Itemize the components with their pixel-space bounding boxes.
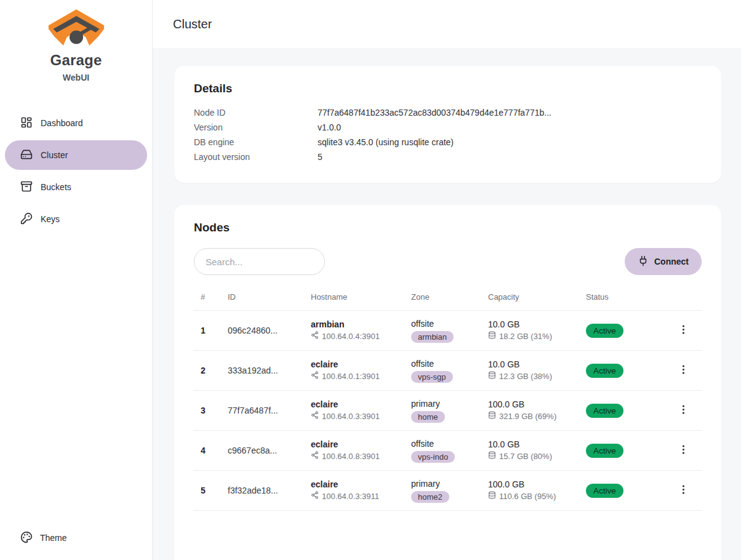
zone-cell: offsite vps-indo — [411, 438, 488, 463]
col-header-hostname: Hostname — [311, 292, 411, 302]
zone-tag-badge: vps-sgp — [411, 371, 453, 383]
row-actions-menu-button[interactable] — [673, 360, 694, 381]
dashboard-icon — [20, 116, 33, 130]
node-number: 1 — [201, 326, 228, 335]
detail-label: Layout version — [194, 150, 318, 164]
detail-label: DB engine — [194, 135, 318, 150]
node-used-row: 110.6 GB (95%) — [488, 490, 586, 502]
database-icon — [488, 370, 496, 382]
sidebar-item-buckets[interactable]: Buckets — [5, 172, 147, 202]
node-zone: offsite — [411, 318, 488, 330]
sidebar-item-cluster[interactable]: Cluster — [5, 140, 147, 170]
hostname-cell: armbian 100.64.0.4:3901 — [311, 319, 411, 342]
col-header-num: # — [201, 292, 228, 302]
node-address: 100.64.0.8:3901 — [322, 450, 380, 462]
zone-cell: primary home2 — [411, 478, 488, 503]
node-address-row: 100.64.0.1:3901 — [311, 370, 411, 382]
node-used: 18.2 GB (31%) — [499, 330, 552, 342]
detail-label: Node ID — [194, 105, 318, 120]
node-zone: offsite — [411, 358, 488, 370]
row-actions-menu-button[interactable] — [673, 320, 694, 341]
connect-button[interactable]: Connect — [625, 248, 702, 275]
zone-cell: offsite vps-sgp — [411, 358, 488, 383]
detail-row: DB engine sqlite3 v3.45.0 (using rusqlit… — [194, 135, 702, 150]
status-cell: Active — [586, 404, 665, 418]
row-actions-menu-button[interactable] — [673, 480, 694, 501]
details-rows: Node ID 77f7a6487f41b233ac572ac83d00374b… — [194, 105, 702, 164]
node-capacity: 10.0 GB — [488, 439, 586, 450]
status-cell: Active — [586, 324, 665, 338]
sidebar-item-keys[interactable]: Keys — [5, 204, 147, 234]
share-icon — [311, 450, 319, 462]
node-address: 100.64.0.3:3911 — [322, 490, 379, 502]
sidebar: Garage WebUI Dashboard Cluster Buckets — [0, 0, 153, 560]
nodes-card: Nodes Connect # ID Hostname Zone Capacit… — [174, 205, 721, 560]
theme-toggle[interactable]: Theme — [5, 524, 147, 551]
table-row: 2 333a192ad... eclaire 100.64.0.1:3901 o… — [194, 351, 702, 391]
sidebar-item-label: Keys — [41, 214, 60, 224]
zone-tag-badge: armbian — [411, 331, 454, 343]
content: Details Node ID 77f7a6487f41b233ac572ac8… — [153, 48, 741, 560]
database-icon — [488, 410, 496, 422]
col-header-zone: Zone — [411, 292, 488, 302]
share-icon — [311, 490, 319, 502]
more-vertical-icon — [678, 364, 689, 377]
node-capacity: 10.0 GB — [488, 319, 586, 330]
key-icon — [20, 212, 33, 226]
garage-logo-icon — [47, 9, 106, 49]
node-used: 15.7 GB (80%) — [499, 450, 552, 462]
detail-value: sqlite3 v3.45.0 (using rusqlite crate) — [318, 135, 454, 150]
database-icon — [488, 330, 496, 342]
node-used-row: 18.2 GB (31%) — [488, 330, 586, 342]
node-address-row: 100.64.0.3:3901 — [311, 410, 411, 422]
capacity-cell: 100.0 GB 110.6 GB (95%) — [488, 479, 586, 502]
hostname-cell: eclaire 100.64.0.1:3901 — [311, 359, 411, 382]
node-hostname: eclaire — [311, 439, 411, 450]
zone-tag-badge: home2 — [411, 491, 449, 503]
node-address-row: 100.64.0.8:3901 — [311, 450, 411, 462]
col-header-id: ID — [228, 292, 311, 302]
status-cell: Active — [586, 364, 665, 378]
row-actions-menu-button[interactable] — [673, 400, 694, 421]
share-icon — [311, 330, 319, 342]
col-header-status: Status — [586, 292, 665, 302]
node-address-row: 100.64.0.4:3901 — [311, 330, 411, 342]
node-used-row: 12.3 GB (38%) — [488, 370, 586, 382]
database-icon — [488, 490, 496, 502]
node-address: 100.64.0.3:3901 — [322, 410, 380, 422]
search-input[interactable] — [194, 248, 325, 275]
capacity-cell: 10.0 GB 18.2 GB (31%) — [488, 319, 586, 342]
capacity-cell: 10.0 GB 15.7 GB (80%) — [488, 439, 586, 462]
sidebar-item-label: Dashboard — [41, 118, 83, 128]
node-id: 77f7a6487f... — [228, 406, 311, 415]
share-icon — [311, 370, 319, 382]
status-badge: Active — [586, 324, 623, 338]
detail-label: Version — [194, 120, 318, 135]
node-number: 3 — [201, 406, 228, 415]
more-vertical-icon — [678, 404, 689, 417]
node-zone: primary — [411, 398, 488, 410]
detail-value: v1.0.0 — [318, 120, 341, 135]
node-used: 12.3 GB (38%) — [499, 370, 552, 382]
table-row: 5 f3f32ade18... eclaire 100.64.0.3:3911 … — [194, 471, 702, 511]
sidebar-item-dashboard[interactable]: Dashboard — [5, 108, 147, 138]
node-used-row: 15.7 GB (80%) — [488, 450, 586, 462]
nodes-table: # ID Hostname Zone Capacity Status 1 096… — [194, 284, 702, 511]
main-area: Cluster Details Node ID 77f7a6487f41b233… — [153, 0, 741, 560]
status-badge: Active — [586, 444, 623, 458]
detail-row: Node ID 77f7a6487f41b233ac572ac83d00374b… — [194, 105, 702, 120]
share-icon — [311, 410, 319, 422]
table-header-row: # ID Hostname Zone Capacity Status — [194, 284, 702, 311]
status-badge: Active — [586, 364, 623, 378]
zone-tag-badge: vps-indo — [411, 451, 455, 463]
node-capacity: 100.0 GB — [488, 479, 586, 490]
status-cell: Active — [586, 444, 665, 458]
node-id: c9667ec8a... — [228, 446, 311, 455]
hostname-cell: eclaire 100.64.0.3:3911 — [311, 479, 411, 502]
bucket-icon — [20, 180, 33, 194]
node-used: 321.9 GB (69%) — [499, 410, 556, 422]
detail-row: Version v1.0.0 — [194, 120, 702, 135]
details-title: Details — [194, 82, 702, 95]
node-hostname: eclaire — [311, 479, 411, 490]
row-actions-menu-button[interactable] — [673, 440, 694, 461]
